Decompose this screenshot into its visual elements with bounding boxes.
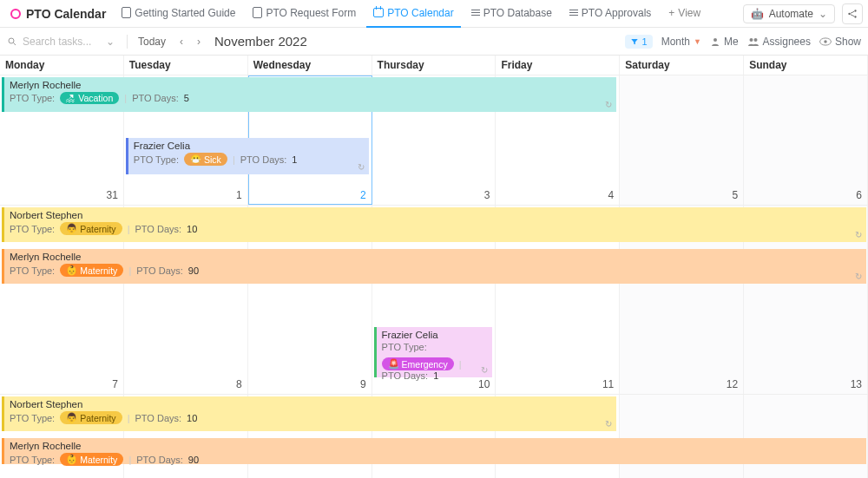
tab-pto-database[interactable]: PTO Database bbox=[464, 0, 559, 28]
event-name: Merlyn Rochelle bbox=[10, 252, 861, 262]
tag-paternity: 👨Paternity bbox=[60, 222, 122, 235]
person-icon bbox=[710, 36, 720, 47]
date-number: 31 bbox=[106, 189, 117, 201]
weekday-header: Tuesday bbox=[124, 56, 248, 75]
day-cell[interactable]: 6 bbox=[744, 75, 868, 205]
event-merlyn-vacation[interactable]: Merlyn Rochelle PTO Type: 🏖Vacation | PT… bbox=[2, 77, 616, 112]
search-input[interactable] bbox=[23, 36, 101, 48]
date-number: 7 bbox=[112, 378, 118, 390]
week-row: 31 1 2 3 4 5 6 Merlyn Rochelle PTO Type:… bbox=[0, 75, 868, 206]
tab-label: PTO Calendar bbox=[387, 7, 453, 19]
event-name: Merlyn Rochelle bbox=[10, 80, 611, 90]
calendar-icon bbox=[373, 8, 384, 17]
event-norbert-paternity-2[interactable]: Norbert Stephen PTO Type: 👨Paternity | P… bbox=[2, 396, 616, 431]
pto-days-value: 90 bbox=[188, 265, 199, 276]
pto-type-label: PTO Type: bbox=[10, 455, 55, 465]
event-merlyn-maternity-2[interactable]: Merlyn Rochelle PTO Type: 👶Maternity | P… bbox=[2, 438, 866, 464]
assignees-label: Assignees bbox=[763, 36, 811, 48]
pto-days-value: 1 bbox=[433, 370, 438, 381]
weekday-header: Wednesday bbox=[248, 56, 372, 75]
tab-label: PTO Database bbox=[483, 7, 552, 19]
doc-icon bbox=[253, 7, 262, 18]
date-number: 11 bbox=[602, 378, 614, 390]
tab-label: View bbox=[678, 7, 700, 19]
date-number: 9 bbox=[360, 378, 366, 390]
event-frazier-sick[interactable]: Frazier Celia PTO Type: 😷Sick | PTO Days… bbox=[126, 138, 369, 174]
tab-label: PTO Request Form bbox=[266, 7, 356, 19]
tag-paternity: 👨Paternity bbox=[60, 411, 122, 424]
recurring-icon: ↻ bbox=[358, 162, 365, 172]
month-label: November 2022 bbox=[214, 34, 307, 49]
week-row: 7 8 9 10 11 12 13 Norbert Stephen PTO Ty… bbox=[0, 206, 868, 395]
event-norbert-paternity[interactable]: Norbert Stephen PTO Type: 👨Paternity | P… bbox=[2, 207, 866, 242]
automate-label: Automate bbox=[769, 8, 813, 20]
prev-month[interactable]: ‹ bbox=[176, 36, 187, 48]
tab-bar: PTO Calendar Getting Started Guide PTO R… bbox=[0, 0, 868, 28]
pto-type-label: PTO Type: bbox=[10, 413, 55, 423]
tab-pto-calendar[interactable]: PTO Calendar bbox=[366, 0, 460, 28]
date-number: 8 bbox=[236, 378, 242, 390]
event-merlyn-maternity[interactable]: Merlyn Rochelle PTO Type: 👶Maternity | P… bbox=[2, 249, 866, 284]
show-toggle[interactable]: Show bbox=[819, 36, 861, 48]
pto-days-value: 10 bbox=[187, 224, 197, 234]
pto-days-label: PTO Days: bbox=[136, 265, 183, 276]
pto-type-label: PTO Type: bbox=[382, 342, 427, 352]
day-cell[interactable]: 5 bbox=[620, 75, 744, 205]
divider bbox=[127, 35, 128, 49]
weekday-header: Saturday bbox=[620, 56, 744, 75]
search-dropdown[interactable]: ⌄ bbox=[106, 36, 115, 48]
weekday-header: Sunday bbox=[744, 56, 868, 75]
svg-point-8 bbox=[824, 40, 827, 43]
view-mode-label: Month bbox=[661, 36, 690, 48]
tab-pto-request-form[interactable]: PTO Request Form bbox=[246, 0, 363, 28]
date-number: 1 bbox=[236, 189, 242, 201]
next-month[interactable]: › bbox=[194, 36, 204, 48]
brand-title: PTO Calendar bbox=[26, 7, 106, 21]
automate-button[interactable]: 🤖 Automate ⌄ bbox=[743, 4, 835, 23]
tab-label: Getting Started Guide bbox=[135, 7, 235, 19]
pto-days-label: PTO Days: bbox=[240, 154, 287, 165]
date-number: 13 bbox=[851, 378, 862, 390]
weekday-header: Monday bbox=[0, 56, 124, 75]
filter-pill[interactable]: 1 bbox=[625, 35, 653, 49]
pto-days-value: 90 bbox=[188, 455, 199, 465]
svg-point-4 bbox=[713, 38, 717, 42]
list-icon bbox=[569, 10, 578, 16]
tag-emergency: 🚨Emergency bbox=[382, 357, 454, 370]
pto-days-label: PTO Days: bbox=[132, 93, 179, 103]
tag-maternity: 👶Maternity bbox=[60, 264, 123, 277]
event-frazier-emergency[interactable]: Frazier Celia PTO Type: 🚨Emergency | PTO… bbox=[374, 327, 493, 377]
event-name: Frazier Celia bbox=[134, 141, 364, 151]
svg-point-6 bbox=[753, 38, 757, 42]
me-label: Me bbox=[724, 36, 739, 48]
svg-point-3 bbox=[9, 38, 14, 43]
event-name: Norbert Stephen bbox=[10, 399, 611, 409]
pto-days-value: 5 bbox=[184, 93, 189, 103]
date-number: 12 bbox=[727, 378, 738, 390]
tab-add-view[interactable]: + View bbox=[661, 0, 707, 28]
today-button[interactable]: Today bbox=[135, 34, 169, 49]
toolbar: ⌄ Today ‹ › November 2022 1 Month ▼ Me A… bbox=[0, 28, 868, 56]
tab-pto-approvals[interactable]: PTO Approvals bbox=[562, 0, 658, 28]
share-button[interactable] bbox=[842, 3, 863, 24]
pto-days-label: PTO Days: bbox=[135, 224, 181, 234]
me-filter[interactable]: Me bbox=[710, 36, 739, 48]
chevron-down-icon: ▼ bbox=[694, 37, 701, 46]
pto-days-label: PTO Days: bbox=[135, 413, 181, 423]
date-number: 2 bbox=[360, 189, 366, 201]
recurring-icon: ↻ bbox=[855, 230, 862, 239]
view-mode-select[interactable]: Month ▼ bbox=[661, 36, 701, 48]
recurring-icon: ↻ bbox=[605, 419, 612, 429]
pto-type-label: PTO Type: bbox=[10, 93, 55, 103]
date-number: 5 bbox=[732, 189, 738, 201]
pto-days-label: PTO Days: bbox=[136, 455, 183, 465]
assignees-filter[interactable]: Assignees bbox=[747, 36, 811, 48]
svg-point-5 bbox=[749, 38, 753, 42]
pto-days-value: 10 bbox=[187, 413, 197, 423]
event-name: Merlyn Rochelle bbox=[10, 441, 861, 451]
robot-icon: 🤖 bbox=[751, 8, 764, 20]
tab-getting-started[interactable]: Getting Started Guide bbox=[115, 0, 242, 28]
weekday-header: Friday bbox=[496, 56, 620, 75]
pto-days-label: PTO Days: bbox=[382, 370, 429, 381]
pto-type-label: PTO Type: bbox=[10, 265, 55, 276]
